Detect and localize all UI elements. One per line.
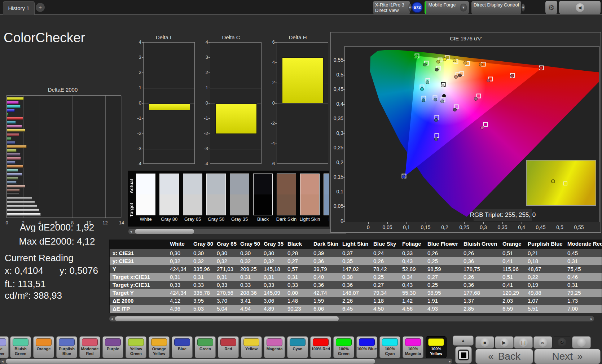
x-tick-label: 2 — [19, 220, 27, 225]
table-row: Target y:CIE310,330,330,330,330,330,330,… — [110, 281, 602, 289]
deltae-bar — [7, 137, 12, 140]
deltae-bar — [7, 201, 35, 203]
table-cell: 1,59 — [311, 297, 339, 305]
scroll-left-icon[interactable]: ◄ — [0, 359, 5, 364]
patch-button-magenta[interactable]: Magenta — [264, 336, 285, 358]
pattern-window-button[interactable] — [455, 346, 472, 364]
y-tick-label: 2 — [266, 80, 275, 85]
play-button[interactable]: ▶ — [495, 336, 514, 348]
y-tick — [343, 75, 345, 75]
continuous-button[interactable]: ∞ — [533, 336, 552, 348]
patch-button-label: Yellow — [241, 347, 262, 351]
chart-title: Delta C — [199, 34, 263, 40]
meter-count-badge[interactable]: 673 — [412, 2, 423, 13]
next-button[interactable]: Next» — [534, 349, 601, 364]
table-cell: 271,03 — [214, 265, 237, 273]
patch-button-purple[interactable]: Purple — [102, 336, 123, 358]
deltae-bar — [7, 209, 39, 211]
strip-scrollbar-thumb[interactable] — [135, 229, 194, 234]
chevron-down-icon[interactable]: ▼ — [460, 4, 467, 12]
y-tick — [275, 42, 277, 43]
x-tick — [502, 222, 503, 224]
patch-button-cyan[interactable]: Cyan — [287, 336, 308, 358]
meter-selector[interactable]: X-Rite i1Pro 3Direct View ▼ — [373, 1, 410, 14]
patch-button-swatch — [243, 338, 259, 346]
patch-button-red[interactable]: Red — [218, 336, 239, 358]
patch-buttons-scrollbar[interactable]: ◄ ► — [0, 359, 452, 364]
chevron-down-icon[interactable]: ▼ — [408, 4, 412, 12]
current-reading-label: Current Reading — [5, 253, 74, 264]
column-header: Gray 80 — [190, 240, 214, 249]
cie-measure-marker — [480, 126, 484, 130]
cie-measure-marker — [434, 137, 438, 141]
loop-button[interactable]: ↻ — [553, 336, 571, 348]
table-cell: 0,30 — [167, 249, 190, 257]
cie-measure-marker — [436, 60, 440, 63]
x-tick-label: 0,05 — [379, 224, 395, 230]
settings-button[interactable]: ⚙ — [545, 1, 557, 14]
add-tab-button[interactable]: + — [36, 3, 45, 12]
scroll-right-icon[interactable]: ► — [589, 316, 594, 321]
chevron-down-icon[interactable]: ▼ — [522, 4, 525, 12]
x-tick-label: 0,25 — [456, 224, 472, 230]
table-cell: 2,03 — [500, 297, 525, 305]
scroll-up-button[interactable]: ▲ — [453, 336, 474, 346]
patch-button-bluish-green[interactable]: Bluish Green — [10, 336, 31, 358]
actual-swatch — [277, 174, 296, 194]
column-header: Blue Flower — [425, 240, 461, 249]
table-cell: 0,36 — [339, 281, 370, 289]
source-selector[interactable]: Mobile Forge ▼ — [425, 1, 469, 14]
back-button[interactable]: «Back — [475, 349, 533, 364]
table-cell: 48,67 — [525, 265, 564, 273]
cie-measure-marker — [443, 57, 447, 61]
delta-h-chart: Delta H6420-2-4-6 — [266, 34, 329, 164]
deltae-bar — [7, 105, 21, 108]
x-tick-label: 0,15 — [418, 224, 434, 230]
actual-swatch — [254, 174, 272, 194]
table-cell: 0,25 — [425, 257, 461, 265]
table-scrollbar-thumb[interactable] — [115, 316, 339, 321]
patch-button-100-red[interactable]: 100% Red — [310, 336, 331, 358]
patch-button-100-green[interactable]: 100% Green — [333, 336, 354, 358]
scroll-right-icon[interactable]: ► — [447, 359, 452, 364]
table-scrollbar[interactable]: ◄ ► — [109, 316, 594, 321]
scroll-left-icon[interactable]: ◄ — [109, 316, 114, 321]
single-measure-button[interactable]: [-] — [514, 336, 533, 348]
patch-button-orange-yellow[interactable]: Orange Yellow — [149, 336, 170, 358]
patch-button-blue[interactable]: Blue — [172, 336, 193, 358]
patch-button-blue-flower[interactable]: Blue Flower — [0, 336, 9, 358]
table-cell: 75,45 — [564, 265, 602, 273]
y-tick — [343, 192, 345, 192]
patch-button-purplish-blue[interactable]: Purplish Blue — [56, 336, 77, 358]
table-cell: 0,31 — [167, 273, 190, 281]
actual-row-label: Actual — [129, 175, 135, 197]
patch-button-100-yellow[interactable]: 100% Yellow — [426, 336, 447, 358]
y-tick — [275, 103, 277, 104]
table-row: y: CIE310,320,320,320,320,320,270,360,35… — [110, 257, 602, 265]
cie-measure-marker — [463, 61, 467, 65]
collapse-panel-button[interactable]: ◀ — [559, 1, 601, 14]
patch-buttons-scrollbar-thumb[interactable] — [6, 359, 375, 364]
patch-button-100-blue[interactable]: 100% Blue — [356, 336, 377, 358]
patch-button-green[interactable]: Green — [195, 336, 216, 358]
patch-button-100-cyan[interactable]: 100% Cyan — [379, 336, 400, 358]
record-button[interactable] — [572, 336, 591, 348]
patch-button-orange[interactable]: Orange — [33, 336, 54, 358]
stop-button[interactable]: ■ — [475, 336, 494, 348]
cie-measure-marker — [402, 175, 405, 179]
patch-button-label: Orange Yellow — [149, 347, 169, 356]
table-cell: 0,36 — [461, 257, 500, 265]
row-label: ΔE 2000 — [110, 297, 167, 305]
patch-button-moderate-red[interactable]: Moderate Red — [79, 336, 100, 358]
patch-button-yellow[interactable]: Yellow — [241, 336, 262, 358]
strip-scrollbar[interactable]: ◄ ► — [128, 229, 347, 234]
table-cell: 0,41 — [500, 257, 525, 265]
patch-button-swatch — [0, 338, 6, 346]
cie-measure-marker — [474, 97, 478, 101]
patch-button-100-magenta[interactable]: 100% Magenta — [403, 336, 423, 358]
cie-measure-marker — [539, 66, 543, 70]
patch-button-yellow-green[interactable]: Yellow Green — [126, 336, 146, 358]
workflow-selector[interactable]: Direct Display Control ▼ — [471, 1, 521, 14]
scroll-left-icon[interactable]: ◄ — [128, 229, 133, 234]
tab-history-1[interactable]: History 1 — [3, 1, 35, 15]
